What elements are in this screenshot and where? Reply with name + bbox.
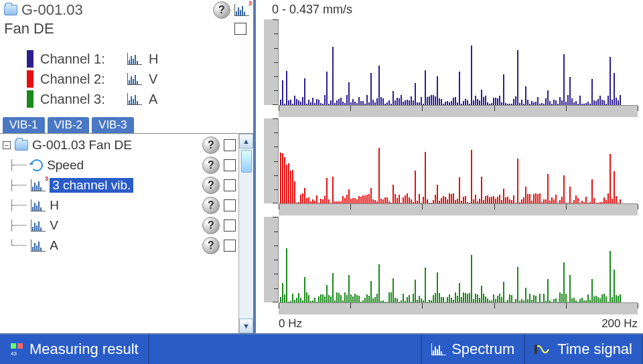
row-checkbox[interactable] [224, 240, 236, 252]
spectrum-icon [127, 73, 142, 85]
row-checkbox[interactable] [224, 219, 236, 232]
measuring-result-button[interactable]: 43 Measuring result [0, 335, 149, 364]
tree-connector: └┄┄ [3, 240, 27, 252]
tab-vib2[interactable]: VIB-2 [48, 117, 90, 133]
legend-label: Channel 1: [40, 52, 121, 67]
legend-axis: H [149, 52, 158, 67]
tree-item-3channel[interactable]: ├┄┄ 3 channel vib. ? [0, 175, 238, 195]
y-axis [264, 217, 279, 302]
help-button[interactable]: ? [202, 237, 220, 254]
spectrum-chart [264, 217, 638, 302]
spectrum-icon [31, 240, 46, 252]
x-axis-min: 0 Hz [279, 317, 302, 331]
help-button[interactable]: ? [202, 197, 220, 214]
legend-label: Channel 2: [40, 72, 121, 87]
legend-row: Channel 2: V [27, 70, 253, 88]
tree-connector: ├┄┄ [3, 219, 27, 232]
scroll-down-button[interactable]: ▼ [239, 318, 253, 333]
folder-icon [15, 140, 28, 151]
left-panel: G-001.03 ? Fan DE Channel 1: H [0, 0, 256, 333]
measurement-tree: − G-001.03 Fan DE ? ├┄┄ Speed ? [0, 134, 238, 333]
y-axis [264, 19, 279, 105]
page-title: G-001.03 [21, 1, 83, 19]
x-axis-max: 200 Hz [601, 317, 638, 331]
measuring-result-label: Measuring result [29, 341, 139, 358]
tree-item-v[interactable]: ├┄┄ V ? [0, 215, 238, 236]
vib-tabs: VIB-1 VIB-2 VIB-3 [0, 117, 253, 133]
legend-axis: A [149, 92, 157, 107]
header-checkbox[interactable] [234, 23, 246, 35]
tree-item-label: 3 channel vib. [50, 178, 133, 193]
svg-rect-3 [534, 345, 537, 354]
spectrum-button[interactable]: Spectrum [422, 335, 525, 364]
chart-panel: 0 - 0.437 mm/s 0 Hz 200 Hz [256, 0, 643, 333]
color-swatch [27, 70, 33, 88]
row-checkbox[interactable] [224, 179, 236, 191]
help-button[interactable]: ? [202, 177, 220, 194]
folder-icon [4, 5, 17, 15]
tree-scrollbar[interactable]: ▲ ▼ [238, 134, 253, 333]
tree-connector: ├┄┄ [3, 159, 27, 171]
tree-item-h[interactable]: ├┄┄ H ? [0, 195, 238, 215]
scroll-up-button[interactable]: ▲ [239, 134, 253, 149]
spectrum-icon [31, 199, 46, 211]
multichannel-icon[interactable] [234, 4, 249, 16]
row-checkbox[interactable] [224, 139, 236, 151]
x-axis [279, 203, 638, 215]
row-checkbox[interactable] [224, 199, 236, 211]
tree-connector: ├┄┄ [3, 179, 27, 191]
spectrum-icon [127, 53, 142, 65]
tree-item-label: H [50, 198, 59, 213]
svg-rect-1 [17, 343, 23, 349]
spectrum-label: Spectrum [451, 341, 514, 358]
svg-rect-0 [11, 343, 16, 349]
help-button[interactable]: ? [213, 1, 230, 19]
tab-vib1[interactable]: VIB-1 [3, 117, 45, 133]
y-axis [264, 118, 279, 204]
multichannel-icon [31, 179, 46, 191]
spectrum-chart [264, 118, 638, 204]
help-button[interactable]: ? [202, 157, 220, 174]
tree-item-label: Speed [47, 158, 84, 173]
scroll-thumb[interactable] [241, 150, 252, 173]
tree-item-label: A [50, 238, 58, 253]
legend-axis: V [149, 72, 157, 87]
row-checkbox[interactable] [224, 159, 236, 171]
x-axis [279, 105, 638, 117]
result-icon: 43 [9, 342, 24, 357]
time-signal-label: Time signal [557, 341, 632, 358]
tree-item-label: V [50, 218, 58, 233]
help-button[interactable]: ? [202, 136, 220, 154]
legend-row: Channel 3: A [27, 90, 253, 108]
plot-area [279, 19, 638, 105]
spectrum-chart [264, 19, 638, 105]
tree-item-a[interactable]: └┄┄ A ? [0, 236, 238, 256]
x-axis [279, 302, 638, 314]
channel-legend: Channel 1: H Channel 2: V Channel 3: A [0, 43, 253, 117]
spectrum-icon [431, 343, 446, 355]
tree-root-label: G-001.03 Fan DE [32, 138, 132, 153]
collapse-icon[interactable]: − [3, 141, 11, 149]
tab-vib3[interactable]: VIB-3 [92, 117, 134, 133]
tree-root[interactable]: − G-001.03 Fan DE ? [0, 135, 238, 155]
spectrum-icon [31, 219, 46, 232]
color-swatch [27, 50, 33, 68]
tree-connector: ├┄┄ [3, 199, 27, 211]
bottom-toolbar: 43 Measuring result Spectrum Time signal [0, 335, 643, 364]
help-button[interactable]: ? [202, 217, 220, 234]
spectrum-icon [127, 93, 142, 105]
plot-area [279, 217, 638, 302]
tree-item-speed[interactable]: ├┄┄ Speed ? [0, 155, 238, 175]
svg-text:43: 43 [11, 351, 17, 357]
time-signal-button[interactable]: Time signal [525, 335, 643, 364]
plot-area [279, 118, 638, 204]
refresh-icon [31, 159, 43, 171]
chart-range-label: 0 - 0.437 mm/s [264, 3, 638, 17]
footer-spacer [149, 335, 423, 364]
legend-row: Channel 1: H [27, 50, 253, 68]
time-signal-icon [534, 342, 552, 357]
legend-label: Channel 3: [40, 92, 121, 107]
color-swatch [27, 90, 33, 108]
